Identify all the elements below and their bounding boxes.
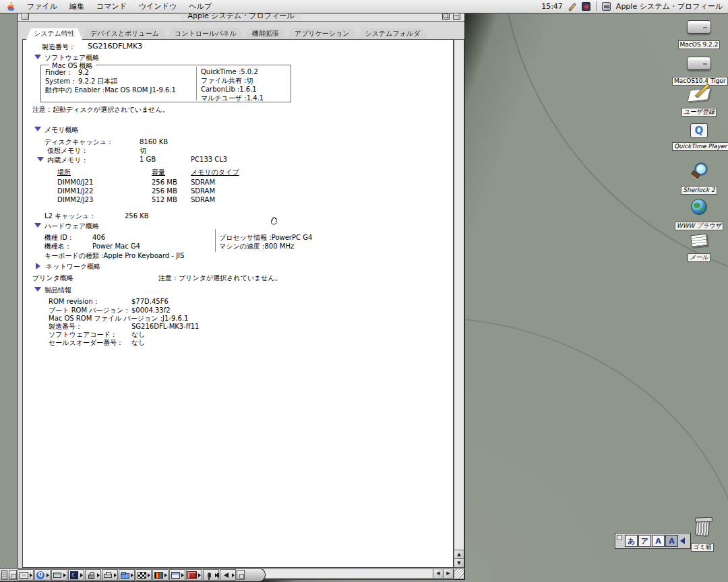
printer-note: 注意：プリンタが選択されていません。 [158, 273, 282, 283]
printer-selector-module[interactable] [51, 569, 67, 581]
file-sharing-module[interactable] [119, 569, 135, 581]
control-strip-button[interactable] [237, 570, 245, 580]
dimm-row-location: DIMM2/J23 [57, 196, 93, 203]
sound-source-module[interactable] [169, 569, 185, 581]
tab-devices-volumes[interactable]: デバイスとボリューム [83, 28, 166, 39]
menu-extra-icon[interactable] [582, 2, 590, 11]
quicktime-module[interactable]: Q [34, 569, 51, 581]
katakana-button[interactable]: ア [638, 535, 651, 547]
menu-file[interactable]: ファイル [21, 0, 63, 13]
romaji-button[interactable]: A [652, 535, 665, 547]
memory-section-title: メモリ概略 [44, 125, 79, 135]
control-strip: Q ☾ [0, 568, 266, 582]
dimm-header-size: 容量 [152, 168, 165, 177]
color-depth-module[interactable] [152, 569, 169, 581]
apple-menu[interactable] [0, 1, 21, 11]
dimm-row-location: DIMM1/J22 [57, 187, 93, 195]
icon-label[interactable]: メール [688, 253, 710, 262]
desktop-icon-sherlock[interactable]: Sherlock 2 [672, 162, 726, 195]
icon-label[interactable]: WWW ブラウザ [675, 222, 723, 230]
icon-label[interactable]: QuickTime Player [672, 142, 728, 151]
palette-grip[interactable] [616, 534, 624, 548]
desktop-icon-quicktime-player[interactable]: Q QuickTime Player [672, 123, 726, 151]
scroll-left-button[interactable]: ◀ [433, 569, 443, 578]
desktop-icon-www-browser[interactable]: WWW ブラウザ [672, 199, 726, 230]
control-strip-button[interactable] [9, 570, 17, 580]
hiragana-button[interactable]: あ [625, 535, 638, 547]
software-disclosure-triangle[interactable] [34, 55, 41, 59]
product-section-title: 製品情報 [44, 286, 71, 295]
display-module[interactable] [18, 569, 34, 581]
menu-commands[interactable]: コマンド [90, 0, 133, 13]
finder-value: 9.2 [78, 69, 89, 76]
icon-label[interactable]: MacOS 9.2.2 [678, 40, 721, 49]
desktop-icon-tiger[interactable]: MacOS10.4 Tiger [672, 57, 726, 86]
network-section-title: ネットワーク概略 [46, 262, 100, 271]
resolution-module[interactable] [135, 569, 152, 581]
hardware-disclosure-triangle[interactable] [34, 223, 41, 228]
disk-cache-label: ディスクキャッシュ : [44, 137, 140, 147]
model-id-label: 機種 ID : [44, 233, 92, 243]
menu-clock[interactable]: 15:47 [541, 2, 563, 11]
macos-overview-box: Mac OS 概略 Finder :9.2 System :9.2.2 日本語 … [40, 65, 291, 102]
dimm-header-location: 場所 [57, 168, 71, 177]
application-menu-icon[interactable] [602, 2, 611, 11]
globe-icon [691, 199, 707, 215]
tab-applications[interactable]: アプリケーション [287, 28, 357, 39]
tab-control-panels[interactable]: コントロールパネル [167, 28, 244, 39]
icon-label[interactable]: MacOS10.4 Tiger [672, 77, 728, 86]
input-method-menu-icon[interactable] [568, 3, 576, 11]
macos-rom-file-value: J1-9.6.1 [162, 315, 188, 322]
tab-system-folders[interactable]: システムフォルダ [358, 28, 428, 39]
security-module[interactable] [85, 569, 101, 581]
apple-system-profiler-window: Apple システム・プロフィール システム特性 デバイスとボリューム コントロ… [17, 10, 465, 580]
memory-disclosure-triangle[interactable] [34, 127, 41, 131]
processor-info-value: PowerPC G4 [272, 234, 313, 241]
quicktime-icon: Q [690, 123, 708, 138]
menu-edit[interactable]: 編集 [63, 0, 90, 13]
builtin-memory-label: 内蔵メモリ : [47, 156, 86, 165]
menu-window[interactable]: ウインドウ [133, 0, 183, 13]
apple-logo-icon [6, 1, 15, 11]
desktop-icon-user-registration[interactable]: ユーザ登録 [672, 89, 726, 117]
rom-revision-value: $77D.45F6 [131, 298, 169, 305]
icon-label[interactable]: Sherlock 2 [681, 186, 717, 195]
machine-speed-label: マシンの速度 : [219, 242, 265, 251]
media-module[interactable] [186, 569, 202, 581]
scroll-up-button[interactable]: ▲ [454, 550, 464, 558]
carbonlib-value: 1.6.1 [239, 86, 256, 93]
product-disclosure-triangle[interactable] [34, 287, 41, 292]
desktop-icon-mail[interactable]: メール [672, 234, 726, 262]
desktop-icon-macos9[interactable]: MacOS 9.2.2 [672, 20, 726, 49]
printing-module[interactable] [102, 569, 118, 581]
palette-collapse-arrow[interactable] [680, 538, 685, 544]
hard-disk-icon [687, 57, 711, 70]
vertical-scrollbar[interactable]: ▲ ▼ [454, 39, 464, 568]
direct-input-button[interactable]: A [665, 535, 678, 547]
energy-saver-module[interactable]: ☾ [68, 569, 84, 581]
magnifying-glass-icon [690, 162, 708, 179]
scroll-down-button[interactable]: ▼ [454, 558, 464, 567]
resize-grip[interactable] [454, 569, 464, 579]
enabler-value: Mac OS ROM J1-9.6.1 [104, 86, 176, 94]
control-strip-handle[interactable] [1, 570, 7, 580]
icon-label[interactable]: ユーザ登録 [681, 108, 716, 117]
network-disclosure-triangle[interactable] [36, 263, 40, 269]
volume-module[interactable] [220, 569, 236, 581]
input-method-palette: あ ア A A [615, 533, 691, 549]
tab-system-profile[interactable]: システム特性 [26, 28, 82, 40]
builtin-memory-value: 1 GB [140, 156, 156, 163]
l2-cache-value: 256 KB [125, 212, 149, 220]
multiuser-value: 1.4.1 [247, 94, 264, 102]
tab-extensions[interactable]: 機能拡張 [245, 28, 286, 39]
sales-order-label: セールスオーダー番号 : [49, 338, 131, 348]
dimm-row-type: SDRAM [191, 179, 215, 186]
builtin-memory-disclosure-triangle[interactable] [37, 157, 44, 162]
scroll-right-button[interactable]: ▶ [443, 569, 453, 578]
hardware-column-divider [215, 229, 216, 252]
menu-help[interactable]: ヘルプ [183, 0, 218, 13]
trash-label[interactable]: ゴミ箱 [691, 543, 713, 552]
system-label: System : [45, 77, 78, 86]
virtual-memory-label: 仮想メモリ : [47, 146, 140, 156]
application-menu-label[interactable]: Apple システム・プロフィール [616, 1, 723, 11]
